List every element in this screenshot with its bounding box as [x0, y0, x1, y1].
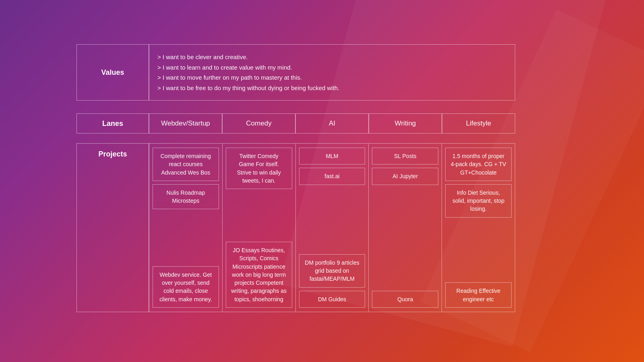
project-card-jo-essays[interactable]: JO Essays Routines, Scripts, Comics Micr…: [226, 242, 292, 308]
lanes-row: Lanes Webdev/Startup Comedy AI Writing L…: [76, 113, 515, 134]
project-card-react[interactable]: Complete remaining react courses Advance…: [153, 148, 219, 181]
project-card-4pack[interactable]: 1.5 months of proper 4-pack days. CG + T…: [445, 148, 512, 181]
lanes-columns: Webdev/Startup Comedy AI Writing Lifesty…: [149, 113, 515, 134]
values-line-3: > I want to move further on my path to m…: [157, 72, 507, 83]
lane-header-webdev[interactable]: Webdev/Startup: [149, 113, 222, 134]
projects-columns: Complete remaining react courses Advance…: [149, 143, 515, 312]
project-card-info-diet[interactable]: Info Diet Serious, solid, important, sto…: [445, 184, 512, 218]
project-col-comedy: Twitter Comedy Game For itself. Strive t…: [223, 143, 296, 312]
project-col-writing: SL Posts AI Jupyter Quora: [369, 143, 442, 312]
project-card-nulis[interactable]: Nulis Roadmap Microsteps: [153, 184, 219, 210]
lane-header-ai[interactable]: AI: [295, 113, 369, 134]
lanes-label: Lanes: [76, 113, 149, 134]
project-col-webdev: Complete remaining react courses Advance…: [149, 143, 223, 312]
project-col-ai: MLM fast.ai DM portfolio 9 articles grid…: [296, 143, 369, 312]
main-container: Values > I want to be clever and creativ…: [76, 44, 515, 312]
lane-header-lifestyle[interactable]: Lifestyle: [442, 113, 515, 134]
values-line-2: > I want to learn and to create value wi…: [157, 62, 507, 73]
project-card-twitter-comedy[interactable]: Twitter Comedy Game For itself. Strive t…: [226, 148, 292, 189]
project-card-sl-posts[interactable]: SL Posts: [372, 148, 438, 165]
project-card-dm-guides[interactable]: DM Guides: [299, 291, 365, 308]
project-card-quora[interactable]: Quora: [372, 291, 438, 308]
project-card-ai-jupyter[interactable]: AI Jupyter: [372, 168, 438, 185]
project-card-reading[interactable]: Reading Effective engineer etc: [445, 282, 512, 308]
projects-label: Projects: [76, 143, 149, 312]
values-content: > I want to be clever and creative. > I …: [149, 44, 515, 101]
project-card-fastai[interactable]: fast.ai: [299, 168, 365, 185]
project-card-webdev-service[interactable]: Webdev service. Get over yourself, send …: [153, 266, 219, 308]
project-card-dm-portfolio[interactable]: DM portfolio 9 articles grid based on fa…: [299, 254, 365, 288]
lane-header-comedy[interactable]: Comedy: [222, 113, 295, 134]
values-row: Values > I want to be clever and creativ…: [76, 44, 515, 101]
values-line-1: > I want to be clever and creative.: [157, 52, 507, 62]
values-line-4: > I want to be free to do my thing witho…: [157, 83, 507, 93]
project-col-lifestyle: 1.5 months of proper 4-pack days. CG + T…: [442, 143, 515, 312]
lane-header-writing[interactable]: Writing: [369, 113, 442, 134]
values-label: Values: [76, 44, 149, 101]
projects-row: Projects Complete remaining react course…: [76, 143, 515, 312]
project-card-mlm[interactable]: MLM: [299, 148, 365, 165]
